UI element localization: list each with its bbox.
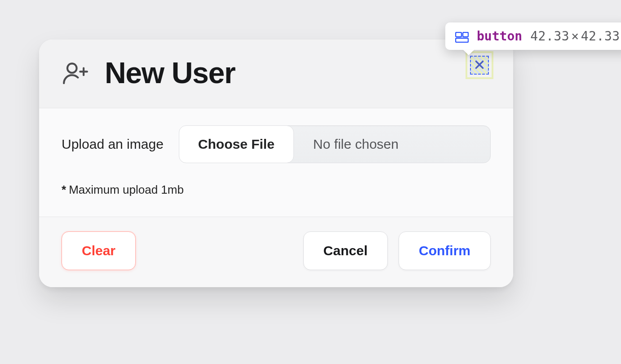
upload-label: Upload an image bbox=[62, 137, 164, 152]
hint-asterisk: * bbox=[62, 183, 66, 196]
tooltip-times: × bbox=[569, 29, 581, 44]
upload-row: Upload an image Choose File No file chos… bbox=[62, 125, 491, 163]
clear-button[interactable]: Clear bbox=[62, 231, 136, 270]
svg-rect-5 bbox=[456, 32, 461, 37]
file-input-group[interactable]: Choose File No file chosen bbox=[179, 125, 491, 163]
tooltip-dimensions: 42.33×42.33 bbox=[530, 29, 620, 44]
close-icon bbox=[474, 59, 485, 72]
svg-rect-7 bbox=[456, 38, 468, 42]
dialog-body: Upload an image Choose File No file chos… bbox=[39, 108, 513, 217]
tooltip-height: 42.33 bbox=[581, 29, 620, 44]
close-button[interactable] bbox=[470, 56, 489, 75]
dialog-header: New User bbox=[39, 40, 513, 108]
new-user-dialog: New User Upload an image Choose File No … bbox=[39, 40, 513, 287]
flex-layout-icon bbox=[455, 31, 469, 42]
devtools-element-tooltip: button 42.33×42.33 bbox=[445, 22, 621, 50]
new-user-icon bbox=[62, 59, 89, 87]
tooltip-width: 42.33 bbox=[530, 29, 569, 44]
cancel-button[interactable]: Cancel bbox=[303, 231, 388, 270]
tooltip-tag-name: button bbox=[477, 29, 522, 44]
upload-hint: *Maximum upload 1mb bbox=[62, 183, 491, 197]
choose-file-button[interactable]: Choose File bbox=[179, 125, 294, 163]
dialog-footer: Clear Cancel Confirm bbox=[39, 217, 513, 287]
hint-text: Maximum upload 1mb bbox=[69, 183, 184, 196]
confirm-button[interactable]: Confirm bbox=[399, 231, 491, 270]
file-status-text: No file chosen bbox=[293, 126, 490, 163]
dialog-title: New User bbox=[105, 56, 235, 90]
svg-point-0 bbox=[67, 63, 77, 73]
svg-rect-6 bbox=[463, 32, 468, 37]
